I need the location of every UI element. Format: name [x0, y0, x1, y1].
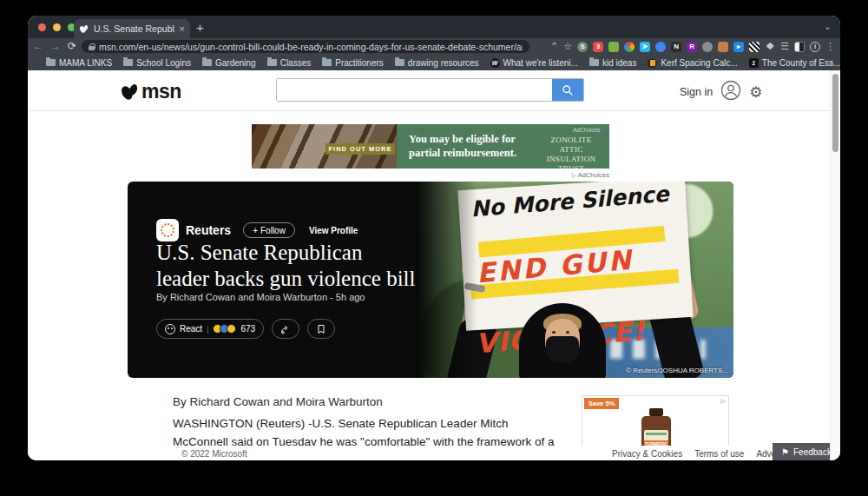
search-button[interactable]: [552, 79, 583, 101]
address-bar[interactable]: msn.com/en-us/news/us/gun-control-bill-c…: [82, 40, 529, 53]
sign-line-1: No More Silence: [470, 182, 699, 222]
minimize-window-button[interactable]: [53, 23, 61, 31]
bookmark-item[interactable]: MAMA LINKS: [46, 58, 112, 68]
page-scrollbar[interactable]: [830, 70, 840, 460]
body-byline: By Richard Cowan and Moira Warburton: [173, 395, 383, 408]
reload-button[interactable]: ⟳: [68, 40, 76, 52]
footer-links: Privacy & Cookies Terms of use Advertise: [612, 449, 792, 459]
bookmark-star-icon[interactable]: ☆: [563, 40, 572, 53]
msn-logo[interactable]: msn: [120, 80, 181, 103]
page-content: msn Sign in ⚙: [28, 70, 840, 460]
adchoices-icon: ▷: [602, 126, 607, 133]
close-tab-icon[interactable]: ×: [180, 23, 185, 34]
extension-icon-split[interactable]: [794, 42, 805, 52]
reaction-emoji-icons: [213, 324, 236, 334]
adchoices-corner-label[interactable]: AdChoices ▷: [573, 126, 607, 133]
extension-icon-r[interactable]: R: [687, 42, 697, 52]
bookmarks-overflow-icon[interactable]: ›: [831, 58, 833, 68]
bookmark-item[interactable]: drawing resources: [395, 58, 479, 68]
share-button[interactable]: [272, 319, 299, 339]
extension-icon-video[interactable]: ▸: [733, 42, 744, 52]
search-input[interactable]: [277, 79, 552, 101]
adchoices-icon: ▷: [572, 172, 576, 178]
react-count: 673: [240, 324, 255, 334]
extension-icon-circled-i[interactable]: I: [810, 42, 820, 52]
msn-butterfly-icon: [120, 83, 139, 102]
plus-icon: +: [253, 226, 258, 235]
folder-icon: [267, 59, 277, 66]
bookmark-item[interactable]: Practitioners: [322, 58, 384, 68]
terms-link[interactable]: Terms of use: [694, 449, 744, 459]
protester-mask: [546, 336, 579, 362]
forward-button[interactable]: →: [50, 40, 61, 52]
flag-icon: ⚑: [781, 447, 789, 457]
save-bookmark-button[interactable]: [307, 319, 335, 339]
extensions-puzzle-icon[interactable]: ❖: [765, 42, 775, 52]
traffic-lights[interactable]: [38, 23, 76, 31]
extension-icon-book[interactable]: [718, 42, 728, 52]
article-hero-card: Reuters + Follow View Profile U.S. Senat…: [128, 182, 733, 378]
article-headline: U.S. Senate Republican leader backs gun …: [156, 240, 417, 292]
extension-icon-s[interactable]: S: [577, 42, 588, 52]
url-text[interactable]: msn.com/en-us/news/us/gun-control-bill-c…: [99, 42, 523, 52]
supplement-bottle: TURMERIC +MORINGA: [641, 408, 671, 447]
browser-toolbar: ← → ⟳ msn.com/en-us/news/us/gun-control-…: [28, 38, 840, 55]
close-window-button[interactable]: [38, 23, 46, 31]
lock-icon[interactable]: [89, 43, 95, 50]
top-ad-banner[interactable]: FIND OUT MORE You may be eligible for pa…: [252, 124, 609, 169]
view-profile-link[interactable]: View Profile: [309, 226, 358, 235]
new-tab-button[interactable]: +: [196, 20, 204, 35]
share-icon: [280, 324, 291, 334]
bookmark-item[interactable]: WWhat we're listeni...: [490, 58, 578, 68]
ad-cta-button[interactable]: FIND OUT MORE: [326, 143, 395, 155]
privacy-link[interactable]: Privacy & Cookies: [612, 449, 682, 459]
search-box: [276, 78, 584, 102]
copyright-text: © 2022 Microsoft: [181, 449, 247, 459]
extension-icon-qr[interactable]: [749, 42, 760, 52]
back-button[interactable]: ←: [33, 40, 43, 52]
bookmark-item[interactable]: School Logins: [123, 58, 191, 68]
react-button[interactable]: React | 673: [156, 319, 264, 339]
site-favicon: [648, 58, 657, 68]
publisher-name[interactable]: Reuters: [186, 223, 231, 237]
bookmark-item[interactable]: kid ideas: [589, 58, 636, 68]
adchoices-icon[interactable]: ▷: [721, 398, 726, 405]
follow-button[interactable]: + Follow: [243, 222, 295, 238]
extension-icon-plane[interactable]: ➤: [640, 42, 650, 52]
tab-title: U.S. Senate Republican leader: [94, 23, 174, 34]
sign-in-link[interactable]: Sign in: [680, 86, 713, 98]
extension-icon-red[interactable]: 3: [593, 42, 603, 52]
scrollbar-thumb[interactable]: [832, 74, 838, 152]
extension-icon-pinwheel[interactable]: [624, 42, 635, 52]
bookmark-item[interactable]: Classes: [267, 58, 312, 68]
account-avatar-icon[interactable]: [720, 80, 741, 104]
site-favicon: W: [490, 58, 500, 68]
save-badge: Save 5%: [584, 398, 619, 409]
browser-tab-active[interactable]: U.S. Senate Republican leader ×: [74, 19, 190, 38]
bookmark-item[interactable]: Gardening: [202, 58, 256, 68]
tab-search-chevron-icon[interactable]: ⌄: [824, 21, 832, 32]
screenshot-stage: U.S. Senate Republican leader × + ⌄ ← → …: [0, 0, 868, 496]
settings-gear-icon[interactable]: ⚙: [749, 83, 762, 102]
bookmarks-bar: MAMA LINKS School Logins Gardening Class…: [28, 55, 840, 70]
site-favicon: 1: [749, 58, 759, 68]
side-ad[interactable]: Save 5% ▷ TURMERIC +MORINGA: [582, 395, 729, 447]
extension-icon-blue-circle[interactable]: [655, 42, 666, 52]
reading-list-icon[interactable]: ☰: [780, 40, 789, 53]
bookmark-item[interactable]: Kerf Spacing Calc...: [648, 58, 737, 68]
share-icon[interactable]: ⌃: [550, 40, 558, 53]
reuters-logo-icon[interactable]: [156, 219, 179, 241]
ad-attic-photo: FIND OUT MORE: [252, 124, 397, 169]
page-footer: © 2022 Microsoft Privacy & Cookies Terms…: [28, 446, 840, 460]
browser-menu-icon[interactable]: ⋮: [825, 40, 835, 53]
extension-icon-green[interactable]: [608, 42, 619, 52]
adchoices-below-label[interactable]: ▷ AdChoices: [549, 171, 609, 179]
extension-icon-camera[interactable]: [702, 42, 713, 52]
msn-wordmark: msn: [141, 80, 181, 103]
publisher-row: Reuters + Follow View Profile: [156, 219, 358, 241]
bookmark-icon: [316, 324, 326, 334]
ad-message-panel: You may be eligible for partial reimburs…: [397, 124, 609, 169]
engagement-row: React | 673: [156, 319, 335, 339]
extension-icon-n[interactable]: N: [671, 42, 681, 52]
bookmark-item[interactable]: 1The County of Ess...: [749, 58, 840, 68]
